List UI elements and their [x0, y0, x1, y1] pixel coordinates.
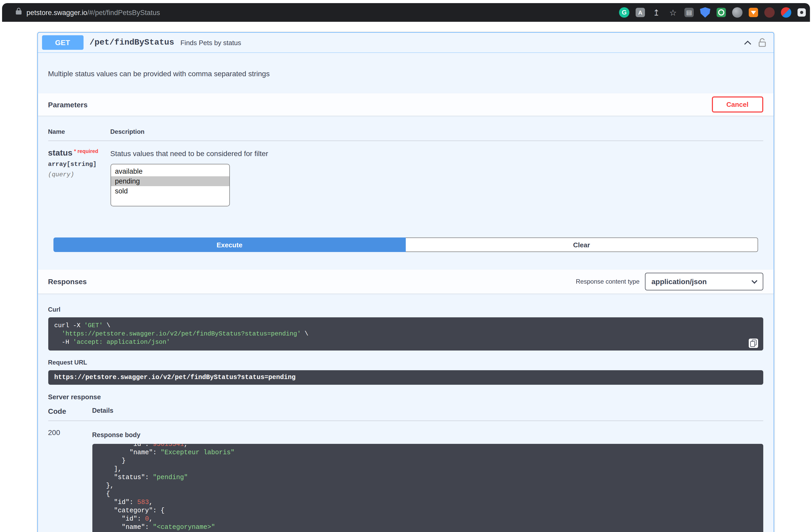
privacy-extension-icon[interactable]: [764, 7, 775, 18]
option-available[interactable]: available: [111, 167, 229, 176]
curl-label: Curl: [48, 306, 763, 313]
execute-button-group: Execute Clear: [53, 237, 758, 252]
parameters-table: Name Description status* required array[…: [37, 115, 774, 227]
operation-description: Multiple status values can be provided w…: [37, 53, 774, 93]
shield-extension-icon[interactable]: [700, 7, 710, 18]
operation-summary[interactable]: GET /pet/findByStatus Finds Pets by stat…: [37, 33, 774, 53]
parameter-description-text: Status values that need to be considered…: [110, 148, 763, 159]
chevron-down-icon: [751, 278, 757, 284]
grammarly-icon[interactable]: [619, 7, 629, 18]
column-code-header: Code: [48, 407, 92, 415]
response-details-cell: Response body "id": 95013341, "name": "E…: [92, 428, 763, 532]
server-response-label: Server response: [48, 393, 763, 401]
request-url-value: https://petstore.swagger.io/v2/pet/findB…: [48, 370, 763, 385]
parameter-location: (query): [48, 171, 110, 178]
status-multiselect[interactable]: available pending sold: [110, 164, 230, 206]
extensions-puzzle-icon[interactable]: [797, 8, 806, 17]
password-manager-icon[interactable]: [781, 7, 791, 18]
extension-toolbar: [619, 7, 810, 18]
parameter-required-badge: * required: [74, 148, 98, 154]
execute-button[interactable]: Execute: [53, 237, 406, 252]
collapse-chevron-icon[interactable]: [740, 35, 755, 50]
url-text: petstore.swagger.io/#/pet/findPetsByStat…: [27, 9, 160, 16]
parameter-meta: status* required array[string] (query): [48, 148, 110, 206]
response-content-type-group: Response content type application/json: [576, 273, 763, 291]
response-columns-header: Code Details: [48, 407, 763, 421]
parameter-type: array[string]: [48, 161, 110, 168]
cancel-button[interactable]: Cancel: [712, 96, 763, 112]
parameters-title: Parameters: [48, 100, 88, 109]
sidebar-extension-icon[interactable]: [684, 8, 694, 17]
operation-block: GET /pet/findByStatus Finds Pets by stat…: [37, 32, 774, 532]
tls-lock-icon[interactable]: [16, 8, 22, 17]
responses-body: Curl curl -X 'GET' \ 'https://petstore.s…: [37, 294, 774, 532]
column-description-header: Description: [110, 128, 763, 135]
operation-path: /pet/findByStatus: [83, 38, 180, 47]
parameters-columns-header: Name Description: [48, 128, 763, 141]
url-path: /#/pet/findPetsByStatus: [87, 9, 160, 16]
response-content-type-label: Response content type: [576, 278, 640, 285]
share-icon[interactable]: [651, 7, 661, 18]
response-body-label: Response body: [92, 432, 763, 439]
request-url-label: Request URL: [48, 359, 763, 366]
parameter-name: status: [48, 148, 72, 157]
browser-toolbar: petstore.swagger.io/#/pet/findPetsByStat…: [2, 3, 810, 22]
response-body-json: "id": 95013341, "name": "Excepteur labor…: [98, 444, 757, 532]
screenshot-extension-icon[interactable]: [717, 8, 726, 17]
operation-summary-text: Finds Pets by status: [180, 38, 241, 46]
parameters-header: Parameters Cancel: [37, 93, 774, 115]
response-content-type-select[interactable]: application/json: [645, 273, 763, 291]
column-details-header: Details: [92, 407, 763, 415]
globe-extension-icon[interactable]: [732, 7, 743, 18]
responses-title: Responses: [48, 277, 87, 286]
response-status-code: 200: [48, 428, 92, 532]
response-content-type-value: application/json: [652, 277, 707, 286]
parameter-row-status: status* required array[string] (query) S…: [48, 141, 763, 227]
parameter-description-cell: Status values that need to be considered…: [110, 148, 763, 206]
option-sold[interactable]: sold: [111, 186, 229, 196]
auth-unlock-icon[interactable]: [755, 35, 769, 50]
address-bar[interactable]: petstore.swagger.io/#/pet/findPetsByStat…: [2, 8, 619, 17]
bookmark-star-icon[interactable]: [668, 7, 678, 18]
responses-header: Responses Response content type applicat…: [37, 270, 774, 294]
response-body-code[interactable]: "id": 95013341, "name": "Excepteur labor…: [92, 444, 763, 532]
page-content: GET /pet/findByStatus Finds Pets by stat…: [0, 22, 811, 532]
viewport: petstore.swagger.io/#/pet/findPetsByStat…: [0, 0, 811, 532]
column-name-header: Name: [48, 128, 110, 135]
curl-command: curl -X 'GET' \ 'https://petstore.swagge…: [48, 317, 763, 350]
option-pending[interactable]: pending: [111, 176, 229, 186]
response-row-200: 200 Response body "id": 95013341, "name"…: [48, 421, 763, 532]
copy-to-clipboard-button[interactable]: [749, 339, 758, 348]
url-domain: petstore.swagger.io: [27, 9, 87, 16]
metamask-icon[interactable]: [749, 8, 758, 17]
translate-icon[interactable]: [636, 8, 645, 17]
clear-button[interactable]: Clear: [406, 237, 758, 252]
http-method-badge: GET: [42, 35, 83, 50]
